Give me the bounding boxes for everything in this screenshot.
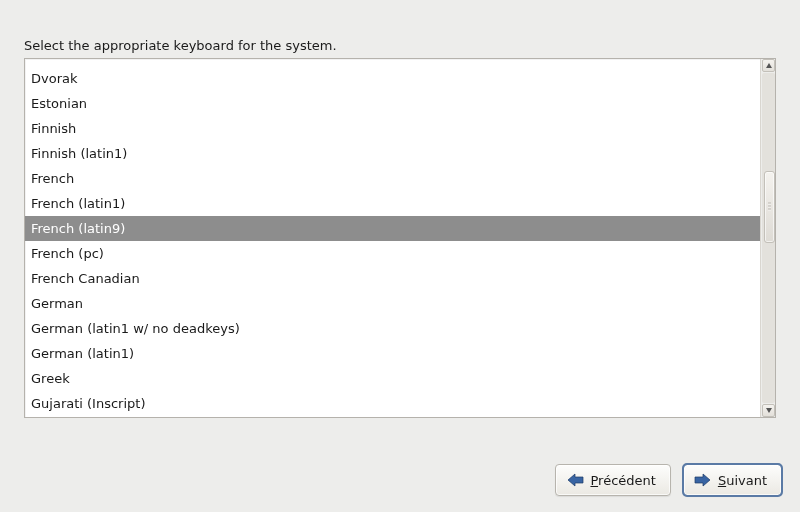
list-item[interactable]: Finnish (latin1) (25, 141, 761, 166)
scroll-down-button[interactable] (762, 404, 775, 417)
list-item[interactable]: Gujarati (Inscript) (25, 391, 761, 416)
list-item[interactable]: Dutch (25, 59, 761, 66)
scrollbar-trough[interactable] (762, 73, 775, 403)
list-item[interactable]: Greek (25, 366, 761, 391)
list-item[interactable]: French (25, 166, 761, 191)
scrollbar-thumb[interactable] (764, 171, 775, 243)
back-button-label: Précédent (590, 473, 655, 488)
button-bar: Précédent Suivant (555, 464, 782, 496)
list-item[interactable]: French (latin9) (25, 216, 761, 241)
list-item[interactable]: German (latin1) (25, 341, 761, 366)
keyboard-list[interactable]: DutchDvorakEstonianFinnishFinnish (latin… (24, 58, 776, 418)
prompt-label: Select the appropriate keyboard for the … (24, 38, 337, 53)
list-item[interactable]: French (latin1) (25, 191, 761, 216)
chevron-down-icon (766, 408, 772, 413)
list-item[interactable]: Finnish (25, 116, 761, 141)
back-button[interactable]: Précédent (555, 464, 670, 496)
chevron-up-icon (766, 63, 772, 68)
scrollbar[interactable] (760, 59, 775, 417)
list-item[interactable]: German (25, 291, 761, 316)
arrow-left-icon (566, 473, 584, 487)
list-item[interactable]: Dvorak (25, 66, 761, 91)
scroll-up-button[interactable] (762, 59, 775, 72)
list-item[interactable]: French (pc) (25, 241, 761, 266)
list-item[interactable]: German (latin1 w/ no deadkeys) (25, 316, 761, 341)
arrow-right-icon (694, 473, 712, 487)
next-button-label: Suivant (718, 473, 767, 488)
next-button[interactable]: Suivant (683, 464, 782, 496)
list-item[interactable]: Estonian (25, 91, 761, 116)
list-item[interactable]: French Canadian (25, 266, 761, 291)
